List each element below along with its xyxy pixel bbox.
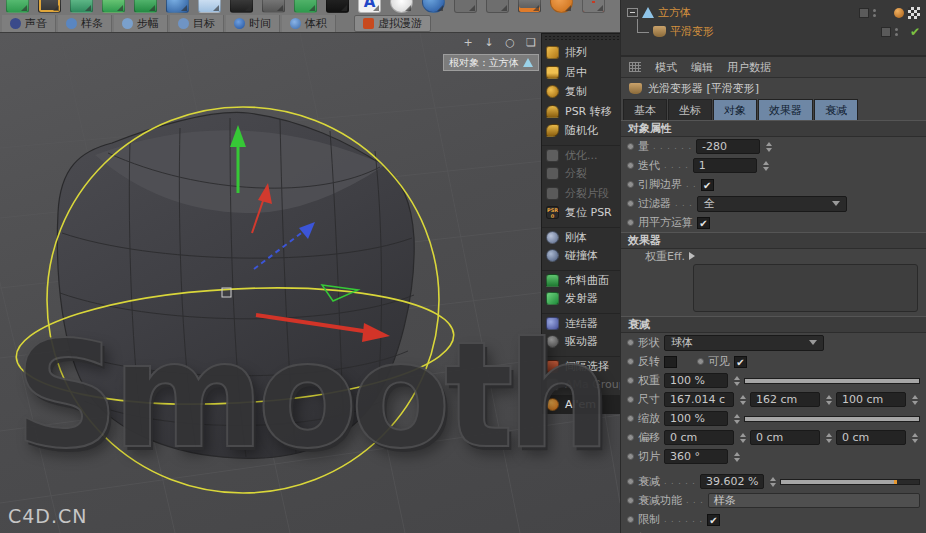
toolbar-icon[interactable] — [294, 0, 317, 13]
toolbar-icon[interactable] — [38, 0, 61, 13]
iterations-spinner[interactable] — [763, 161, 769, 171]
size-x-input[interactable]: 167.014 c — [664, 392, 734, 407]
param-dot[interactable] — [627, 339, 634, 346]
toolbar-icon[interactable] — [326, 0, 349, 13]
size-x-spinner[interactable] — [740, 395, 746, 405]
palette-drag-handle[interactable] — [544, 35, 627, 41]
visibility-toggle[interactable] — [859, 8, 869, 18]
panel-grid-icon[interactable] — [629, 62, 641, 72]
slice-input[interactable]: 360 ° — [664, 449, 728, 464]
expander-icon[interactable] — [689, 252, 695, 260]
object-row-cube[interactable]: 立方体 — [621, 3, 926, 22]
size-z-input[interactable]: 100 cm — [836, 392, 906, 407]
invert-checkbox[interactable] — [664, 356, 677, 368]
toolbar-tab-spline[interactable]: 样条 — [58, 15, 112, 32]
toolbar-icon[interactable] — [422, 0, 445, 13]
size-y-input[interactable]: 162 cm — [750, 392, 820, 407]
toolbar-icon[interactable] — [454, 0, 477, 13]
menu-mode[interactable]: 模式 — [655, 60, 677, 75]
zoom-icon[interactable]: ↓ — [482, 36, 496, 50]
weight-slider[interactable] — [744, 378, 920, 384]
smoothed-cube[interactable] — [57, 112, 414, 458]
palette-item-emitter[interactable]: 发射器 — [542, 289, 629, 309]
falloff-input[interactable]: 39.602 % — [700, 474, 764, 489]
collapse-icon[interactable] — [627, 8, 638, 17]
offset-z-input[interactable]: 0 cm — [836, 430, 906, 445]
virtual-walkthrough-button[interactable]: 虚拟漫游 — [354, 15, 431, 32]
palette-item-cloth-surface[interactable]: 布料曲面 — [542, 270, 629, 290]
tab-coordinates[interactable]: 坐标 — [668, 99, 712, 120]
palette-item-duplicate[interactable]: 复制 — [542, 82, 629, 102]
toolbar-icon[interactable] — [134, 0, 157, 13]
param-dot[interactable] — [627, 434, 634, 441]
palette-item-psr-transfer[interactable]: PSR 转移 — [542, 102, 629, 122]
palette-item-split-fragments[interactable]: 分裂片段 — [542, 184, 629, 204]
toolbar-icon[interactable] — [198, 0, 221, 13]
scale-spinner[interactable] — [734, 414, 740, 424]
param-dot[interactable] — [627, 516, 634, 523]
palette-item-motor[interactable]: 驱动器 — [542, 332, 629, 352]
toolbar-tab-volume[interactable]: 体积 — [282, 15, 336, 32]
tab-falloff[interactable]: 衰减 — [814, 99, 858, 120]
menu-user-data[interactable]: 用户数据 — [727, 60, 771, 75]
param-dot[interactable] — [627, 497, 634, 504]
material-tag-icon[interactable] — [894, 8, 904, 18]
strength-input[interactable]: -280 — [696, 139, 760, 154]
slice-spinner[interactable] — [734, 452, 740, 462]
toolbar-icon[interactable] — [582, 0, 605, 13]
palette-item-ama-group[interactable]: AMa Group — [542, 375, 629, 395]
size-y-spinner[interactable] — [826, 395, 832, 405]
toolbar-icon[interactable] — [486, 0, 509, 13]
param-dot[interactable] — [627, 358, 634, 365]
strength-spinner[interactable] — [766, 142, 772, 152]
shape-dropdown[interactable]: 球体 — [664, 335, 824, 351]
visible-checkbox[interactable]: ✔ — [734, 356, 747, 368]
param-dot[interactable] — [627, 453, 634, 460]
palette-item-alem[interactable]: Al'em — [542, 395, 629, 415]
weight-input[interactable]: 100 % — [664, 373, 728, 388]
rotate-icon[interactable]: ○ — [503, 36, 517, 50]
viewport-3d[interactable]: + ↓ ○ ❏ 根对象 : 立方体 C4D.CN — [0, 33, 620, 533]
toolbar-icon[interactable]: A — [358, 0, 381, 13]
palette-item-rigid-body[interactable]: 刚体 — [542, 227, 629, 247]
param-dot[interactable] — [627, 143, 634, 150]
tab-effectors[interactable]: 效果器 — [758, 99, 813, 120]
texture-tag-icon[interactable] — [908, 7, 920, 19]
falloff-slider[interactable] — [780, 479, 920, 485]
param-dot[interactable] — [627, 162, 634, 169]
offset-y-input[interactable]: 0 cm — [750, 430, 820, 445]
filter-dropdown[interactable]: 全 — [697, 196, 847, 212]
scale-slider[interactable] — [744, 416, 920, 422]
maximize-icon[interactable]: ❏ — [524, 36, 538, 50]
toolbar-icon[interactable] — [230, 0, 253, 13]
toolbar-tab-sound[interactable]: 声音 — [2, 15, 56, 32]
falloff-spinner[interactable] — [770, 477, 776, 487]
pin-border-checkbox[interactable]: ✔ — [701, 179, 714, 191]
param-dot[interactable] — [697, 358, 704, 365]
effector-list-box[interactable] — [693, 264, 918, 312]
param-dot[interactable] — [627, 396, 634, 403]
palette-item-split[interactable]: 分裂 — [542, 164, 629, 184]
param-dot[interactable] — [627, 200, 634, 207]
menu-edit[interactable]: 编辑 — [691, 60, 713, 75]
tab-object[interactable]: 对象 — [713, 99, 757, 120]
size-z-spinner[interactable] — [912, 395, 918, 405]
offset-x-spinner[interactable] — [740, 433, 746, 443]
toolbar-icon[interactable] — [262, 0, 285, 13]
palette-item-optimize[interactable]: 优化... — [542, 145, 629, 165]
falloff-function-field[interactable]: 样条 — [708, 493, 920, 508]
palette-item-connector[interactable]: 连结器 — [542, 313, 629, 333]
toolbar-icon[interactable] — [6, 0, 29, 13]
toolbar-tab-target[interactable]: 目标 — [170, 15, 224, 32]
tab-basic[interactable]: 基本 — [623, 99, 667, 120]
offset-x-input[interactable]: 0 cm — [664, 430, 734, 445]
palette-item-collider[interactable]: 碰撞体 — [542, 246, 629, 266]
palette-item-arrange[interactable]: 排列 — [542, 43, 629, 63]
toolbar-icon[interactable] — [102, 0, 125, 13]
toolbar-icon[interactable] — [166, 0, 189, 13]
toolbar-icon[interactable] — [70, 0, 93, 13]
offset-y-spinner[interactable] — [826, 433, 832, 443]
palette-item-interval-select[interactable]: 间隔选择 — [542, 356, 629, 376]
scale-input[interactable]: 100 % — [664, 411, 728, 426]
toolbar-icon[interactable] — [518, 0, 541, 13]
